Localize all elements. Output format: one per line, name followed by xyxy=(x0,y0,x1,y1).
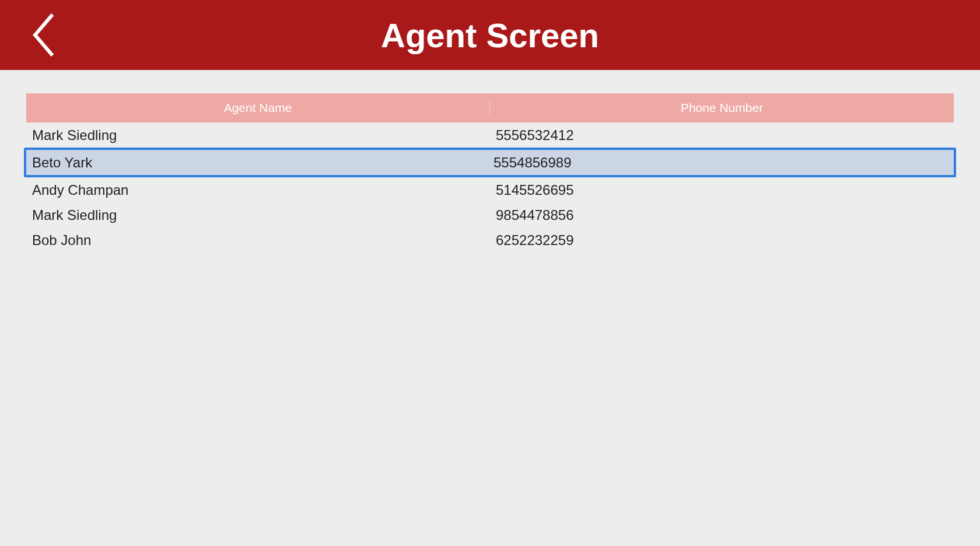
agent-phone-cell: 6252232259 xyxy=(490,232,954,249)
table-row[interactable]: Mark Siedling5556532412 xyxy=(26,123,954,148)
table-row[interactable]: Mark Siedling9854478856 xyxy=(26,202,954,228)
page-title: Agent Screen xyxy=(0,16,980,55)
table-row[interactable]: Beto Yark5554856989 xyxy=(24,148,956,177)
chevron-left-icon xyxy=(29,12,58,58)
agent-table: Agent Name Phone Number Mark Siedling555… xyxy=(26,93,954,253)
agent-name-cell: Andy Champan xyxy=(26,182,490,198)
table-row[interactable]: Andy Champan5145526695 xyxy=(26,177,954,202)
agent-name-cell: Bob John xyxy=(26,232,490,249)
agent-phone-cell: 5145526695 xyxy=(490,182,954,198)
column-header-phone: Phone Number xyxy=(490,101,954,115)
app-header: Agent Screen xyxy=(0,0,980,70)
table-header-row: Agent Name Phone Number xyxy=(26,93,954,123)
content-area: Agent Name Phone Number Mark Siedling555… xyxy=(0,70,980,276)
back-button[interactable] xyxy=(29,12,58,58)
table-body: Mark Siedling5556532412Beto Yark55548569… xyxy=(26,123,954,253)
agent-phone-cell: 5556532412 xyxy=(490,127,954,144)
agent-name-cell: Mark Siedling xyxy=(26,127,490,144)
agent-phone-cell: 9854478856 xyxy=(490,207,954,223)
agent-name-cell: Mark Siedling xyxy=(26,207,490,223)
table-row[interactable]: Bob John6252232259 xyxy=(26,228,954,253)
column-header-name: Agent Name xyxy=(26,101,490,115)
agent-phone-cell: 5554856989 xyxy=(490,155,951,171)
agent-name-cell: Beto Yark xyxy=(29,155,490,171)
